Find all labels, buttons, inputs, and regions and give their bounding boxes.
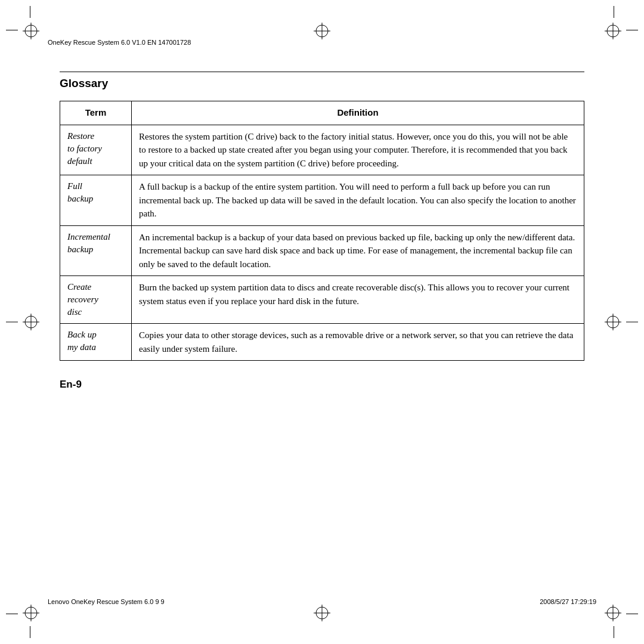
reg-mark-top-right <box>605 23 621 39</box>
crop-mark-tr-v <box>614 6 614 18</box>
reg-mark-bottom-center <box>314 605 330 621</box>
table-row: CreaterecoverydiscBurn the backed up sys… <box>60 276 584 324</box>
crop-mark-ml <box>6 322 18 323</box>
page: OneKey Rescue System 6.0 V1.0 EN 1470017… <box>0 0 644 644</box>
reg-mark-right <box>605 314 621 330</box>
table-row: FullbackupA full backup is a backup of t… <box>60 175 584 226</box>
crop-mark-bl-h <box>6 614 18 614</box>
definition-cell: Copies your data to other storage device… <box>132 324 584 361</box>
crop-mark-br-h <box>626 614 638 614</box>
page-number-section: En-9 <box>60 379 584 391</box>
reg-mark-left <box>23 314 39 330</box>
table-row: Restoreto factorydefaultRestores the sys… <box>60 125 584 175</box>
crop-mark-bl-v <box>30 626 30 638</box>
col-header-definition: Definition <box>132 101 584 125</box>
crop-mark-tl-v <box>30 6 30 18</box>
reg-mark-bottom-right <box>605 605 621 621</box>
table-row: IncrementalbackupAn incremental backup i… <box>60 225 584 276</box>
glossary-table: Term Definition Restoreto factorydefault… <box>60 101 584 361</box>
table-header-row: Term Definition <box>60 101 584 125</box>
definition-cell: A full backup is a backup of the entire … <box>132 175 584 226</box>
reg-mark-top-center <box>314 23 330 39</box>
page-title: Glossary <box>60 77 584 90</box>
definition-cell: Restores the system partition (C drive) … <box>132 125 584 175</box>
definition-cell: An incremental backup is a backup of you… <box>132 225 584 276</box>
crop-mark-tl-h <box>6 30 18 30</box>
term-cell: Restoreto factorydefault <box>60 125 132 175</box>
table-row: Back upmy dataCopies your data to other … <box>60 324 584 361</box>
crop-mark-br-v <box>614 626 614 638</box>
main-content: Glossary Term Definition Restoreto facto… <box>60 72 584 572</box>
top-rule <box>60 72 584 72</box>
footer-right-text: 2008/5/27 17:29:19 <box>540 598 596 605</box>
crop-mark-mr <box>626 322 638 323</box>
reg-mark-top-left <box>23 23 39 39</box>
footer-left-text: Lenovo OneKey Rescue System 6.0 9 9 <box>48 598 165 605</box>
page-number: En-9 <box>60 379 82 390</box>
definition-cell: Burn the backed up system partition data… <box>132 276 584 324</box>
term-cell: Back upmy data <box>60 324 132 361</box>
term-cell: Fullbackup <box>60 175 132 226</box>
crop-mark-tr-h <box>626 30 638 30</box>
page-footer: Lenovo OneKey Rescue System 6.0 9 9 2008… <box>48 598 596 605</box>
page-header: OneKey Rescue System 6.0 V1.0 EN 1470017… <box>48 39 596 46</box>
term-cell: Incrementalbackup <box>60 225 132 276</box>
header-left-text: OneKey Rescue System 6.0 V1.0 EN 1470017… <box>48 39 191 46</box>
col-header-term: Term <box>60 101 132 125</box>
term-cell: Createrecoverydisc <box>60 276 132 324</box>
reg-mark-bottom-left <box>23 605 39 621</box>
